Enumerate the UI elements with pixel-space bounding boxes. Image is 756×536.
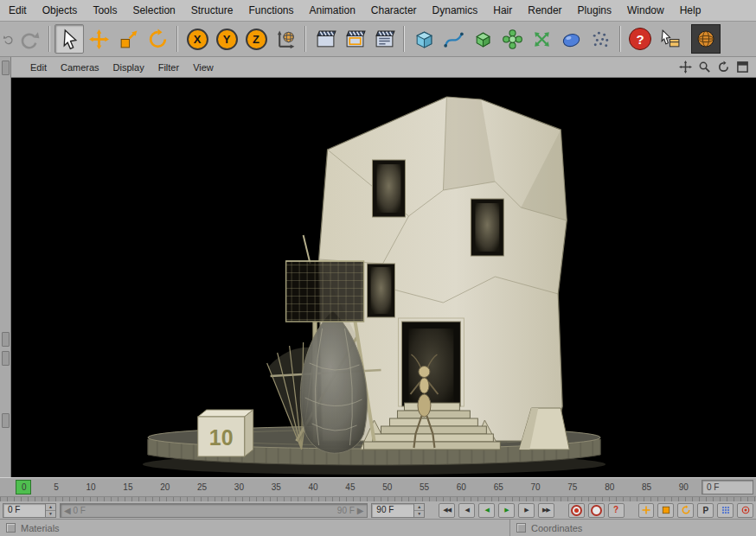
viewport-canvas[interactable]: 10 — [11, 78, 756, 477]
record-scale-toggle[interactable] — [657, 503, 674, 518]
panel-handle-icon[interactable] — [516, 523, 526, 533]
vp-menu-filter[interactable]: Filter — [158, 62, 179, 73]
scene-window — [471, 199, 503, 256]
record-pla-toggle[interactable] — [717, 503, 734, 518]
help-glyph: ? — [636, 32, 644, 47]
record-scale-icon — [661, 505, 671, 515]
tick-label: 45 — [345, 482, 355, 492]
flower-icon — [502, 29, 523, 50]
coordinate-system-button[interactable] — [271, 24, 300, 54]
menu-functions[interactable]: Functions — [248, 4, 293, 16]
render-region-button[interactable] — [340, 24, 369, 54]
add-spline-button[interactable] — [439, 24, 468, 54]
z-axis-label: Z — [253, 33, 259, 46]
vp-menu-edit[interactable]: Edit — [30, 62, 47, 73]
add-modeling-object-button[interactable] — [497, 24, 527, 54]
menu-hair[interactable]: Hair — [493, 4, 512, 16]
menu-character[interactable]: Character — [371, 4, 417, 16]
scale-tool-button[interactable] — [113, 24, 143, 54]
stepper-up-icon[interactable]: ▲ — [414, 504, 424, 511]
current-frame-field[interactable]: 0 F — [702, 480, 753, 495]
panel-handle-icon[interactable] — [6, 523, 16, 533]
live-selection-button[interactable] — [54, 24, 84, 54]
menu-animation[interactable]: Animation — [309, 4, 355, 16]
viewport-scene: 10 — [11, 78, 756, 477]
record-parameter-icon: P — [702, 506, 708, 515]
tick-label: 35 — [272, 482, 281, 492]
tick-label: 75 — [567, 482, 577, 492]
menu-selection[interactable]: Selection — [132, 4, 175, 16]
palette-grip[interactable] — [2, 413, 10, 428]
tick-label: 90 — [679, 482, 689, 492]
zoom-icon[interactable] — [698, 61, 711, 73]
menu-objects[interactable]: Objects — [42, 4, 78, 16]
next-frame-button[interactable]: ▶ — [518, 503, 535, 518]
menu-structure[interactable]: Structure — [191, 4, 234, 16]
menu-help[interactable]: Help — [680, 4, 702, 16]
x-axis-label: X — [194, 33, 202, 46]
start-frame-stepper[interactable]: ▲ ▼ — [45, 504, 55, 517]
add-particles-button[interactable] — [586, 24, 615, 54]
record-keyframe-button[interactable] — [568, 503, 585, 518]
record-options-button[interactable]: ? — [608, 503, 625, 518]
rotate-view-icon[interactable] — [717, 61, 730, 73]
add-deformer-button[interactable] — [527, 24, 556, 54]
menu-dynamics[interactable]: Dynamics — [432, 4, 478, 16]
record-rotation-toggle[interactable] — [677, 503, 694, 518]
record-parameter-toggle[interactable]: P — [697, 503, 714, 518]
vp-menu-cameras[interactable]: Cameras — [61, 62, 99, 73]
stepper-down-icon[interactable]: ▼ — [46, 511, 55, 517]
bottom-panel-headers: Materials Coordinates — [0, 519, 756, 536]
end-frame-stepper[interactable]: ▲ ▼ — [413, 504, 424, 517]
menu-window[interactable]: Window — [627, 4, 664, 16]
start-frame-field[interactable]: 0 F ▲ ▼ — [3, 503, 56, 518]
render-settings-button[interactable] — [369, 24, 399, 54]
selection-info-button[interactable] — [655, 24, 684, 54]
vp-menu-view[interactable]: View — [193, 62, 214, 73]
vp-menu-display[interactable]: Display — [113, 62, 144, 73]
goto-start-button[interactable]: ◀◀ — [439, 503, 455, 518]
timeline-ruler[interactable]: 0 5 10 15 20 25 30 35 40 45 50 55 60 65 … — [0, 477, 756, 496]
menu-plugins[interactable]: Plugins — [578, 4, 612, 16]
play-forward-icon: ▶ — [504, 507, 508, 514]
undo-button[interactable] — [2, 24, 15, 54]
scene-window — [373, 160, 406, 217]
goto-end-button[interactable]: ▶▶ — [538, 503, 554, 518]
stepper-up-icon[interactable]: ▲ — [46, 504, 55, 511]
maximize-icon[interactable] — [736, 61, 749, 73]
end-frame-field[interactable]: 90 F ▲ ▼ — [371, 503, 425, 518]
menu-edit[interactable]: Edit — [9, 4, 27, 16]
autokeying-button[interactable] — [588, 503, 605, 518]
lock-y-axis-button[interactable]: Y — [212, 24, 241, 54]
coordinates-panel-header[interactable]: Coordinates — [510, 520, 588, 536]
clapperboard-region-icon — [344, 29, 366, 50]
rotate-tool-button[interactable] — [143, 24, 172, 54]
menu-tools[interactable]: Tools — [93, 4, 117, 16]
move-tool-button[interactable] — [84, 24, 113, 54]
palette-grip[interactable] — [2, 351, 10, 366]
tick-label: 30 — [234, 482, 244, 492]
play-forward-button[interactable]: ▶ — [498, 503, 515, 518]
materials-panel-header[interactable]: Materials — [0, 520, 510, 536]
play-backward-button[interactable]: ◀ — [478, 503, 495, 518]
pan-icon[interactable] — [679, 61, 692, 73]
palette-grip[interactable] — [2, 61, 10, 75]
lock-x-axis-button[interactable]: X — [183, 24, 212, 54]
stepper-down-icon[interactable]: ▼ — [414, 511, 424, 517]
work-area: Edit Cameras Display Filter View — [0, 57, 756, 477]
web-help-button[interactable] — [691, 24, 721, 54]
record-position-toggle[interactable] — [638, 503, 655, 518]
key-interpolation-icon — [740, 505, 751, 515]
lock-z-axis-button[interactable]: Z — [241, 24, 271, 54]
palette-grip[interactable] — [2, 332, 10, 347]
previous-frame-button[interactable]: ◀ — [458, 503, 475, 518]
add-primitive-button[interactable] — [409, 24, 439, 54]
add-environment-button[interactable] — [556, 24, 586, 54]
add-generator-button[interactable] — [468, 24, 497, 54]
frame-range-slider[interactable]: ◀ 0 F 90 F ▶ — [60, 503, 368, 518]
redo-button[interactable] — [15, 24, 44, 54]
menu-render[interactable]: Render — [528, 4, 561, 16]
key-interpolation-button[interactable] — [737, 503, 753, 518]
render-view-button[interactable] — [311, 24, 340, 54]
help-button[interactable]: ? — [625, 24, 655, 54]
